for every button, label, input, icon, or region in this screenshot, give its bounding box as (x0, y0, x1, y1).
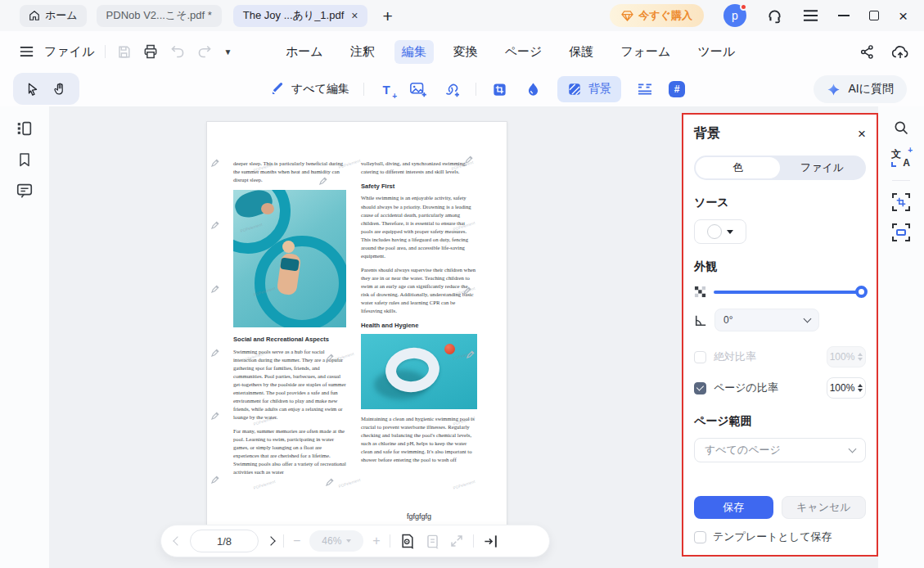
tab-tools[interactable]: ツール (690, 40, 742, 64)
select-cursor-icon[interactable] (25, 82, 40, 97)
minimize-button[interactable] (838, 15, 850, 16)
tab-form[interactable]: フォーム (613, 40, 678, 64)
file-menu-label[interactable]: ファイル (44, 44, 94, 60)
print-icon[interactable] (142, 43, 159, 60)
tab-home[interactable]: ホーム (278, 40, 331, 64)
fullscreen-icon[interactable] (449, 534, 464, 548)
screenshot-crop-icon[interactable] (892, 193, 910, 211)
edit-marker-pencil-icon[interactable] (462, 286, 472, 295)
edit-marker-pencil-icon[interactable] (464, 155, 474, 165)
save-button[interactable]: 保存 (694, 496, 773, 519)
segment-file[interactable]: ファイル (780, 157, 864, 178)
watermark-button[interactable] (524, 79, 543, 99)
add-image-button[interactable] (408, 79, 428, 99)
tab-annotate[interactable]: 注釈 (343, 40, 382, 64)
add-text-button[interactable]: T+ (378, 79, 394, 99)
quick-tools-dropdown-icon[interactable]: ▼ (223, 47, 232, 56)
header-footer-button[interactable] (635, 79, 655, 99)
translate-latin: A (903, 157, 910, 169)
crop-icon (492, 82, 507, 97)
rotation-angle-icon (694, 314, 707, 327)
menubar-right (859, 31, 909, 72)
ask-ai-button[interactable]: AIに質問 (814, 75, 907, 103)
crop-glyph (896, 197, 906, 207)
edit-marker-pencil-icon[interactable] (318, 176, 328, 186)
edit-all-button[interactable]: すべて編集 (270, 82, 349, 97)
edit-marker-pencil-icon[interactable] (325, 477, 335, 487)
absolute-ratio-stepper[interactable]: 100% (827, 346, 866, 367)
search-icon[interactable] (893, 119, 909, 136)
rotation-select[interactable]: 0° (714, 309, 819, 331)
panel-close-icon[interactable]: × (858, 127, 866, 141)
edit-marker-pencil-icon[interactable] (210, 220, 220, 230)
page-view-mode-icon[interactable] (399, 533, 416, 549)
undo-icon[interactable] (169, 44, 186, 59)
stepper-up-icon[interactable] (858, 384, 863, 387)
stepper-down-icon[interactable] (858, 389, 863, 392)
edit-marker-pencil-icon[interactable] (466, 349, 476, 359)
tab-edit[interactable]: 編集 (394, 40, 434, 64)
absolute-ratio-value: 100% (830, 351, 855, 363)
buy-now-button[interactable]: 今すぐ購入 (610, 4, 704, 27)
background-button[interactable]: 背景 (557, 76, 621, 102)
tab-convert[interactable]: 変換 (446, 40, 485, 64)
single-page-icon[interactable] (425, 534, 440, 549)
tab-inactive-document[interactable]: PDNob V2...こそ.pdf * (97, 5, 222, 27)
comments-panel-icon[interactable] (16, 182, 34, 200)
next-page-button[interactable] (266, 536, 275, 545)
cancel-button[interactable]: キャンセル (782, 496, 866, 519)
new-tab-button[interactable]: + (382, 7, 392, 25)
menubar: ファイル ▼ ホーム 注釈 編集 変換 ページ 保護 フォーム ツール (0, 31, 924, 72)
file-menu-icon[interactable] (20, 46, 34, 57)
tab-active-document[interactable]: The Joy ...あり_1.pdf × (233, 5, 368, 27)
plus-badge: + (392, 92, 397, 101)
maximize-button[interactable] (869, 11, 879, 20)
header-footer-icon (637, 83, 653, 96)
previous-page-button[interactable] (173, 536, 182, 545)
screen-record-icon[interactable] (892, 223, 910, 241)
zoom-level-dropdown[interactable]: 46% (309, 530, 363, 552)
home-button[interactable]: ホーム (20, 5, 87, 27)
tab-close-icon[interactable]: × (351, 10, 358, 21)
opacity-slider[interactable] (714, 291, 866, 294)
edit-marker-pencil-icon[interactable] (210, 158, 220, 168)
edit-marker-pencil-icon[interactable] (210, 284, 220, 294)
add-image-icon (409, 82, 426, 97)
bookmarks-panel-icon[interactable] (16, 151, 33, 169)
segment-color[interactable]: 色 (696, 157, 780, 178)
main-menu-icon[interactable] (803, 9, 818, 22)
hand-tool-icon[interactable] (52, 82, 67, 97)
page-ratio-stepper[interactable]: 100% (827, 377, 866, 399)
zoom-in-button[interactable]: + (372, 534, 380, 548)
opacity-slider-handle[interactable] (855, 286, 868, 298)
avatar[interactable]: p (723, 4, 746, 27)
tab-protect[interactable]: 保護 (561, 40, 601, 64)
edit-marker-pencil-icon[interactable] (325, 353, 335, 363)
crop-pages-button[interactable] (490, 79, 510, 99)
add-link-icon (443, 82, 460, 97)
tab-page[interactable]: ページ (498, 40, 550, 64)
color-picker-dropdown[interactable] (694, 219, 746, 244)
page-left-column: deeper sleep. This is particularly benef… (233, 160, 346, 482)
share-icon[interactable] (859, 44, 875, 60)
add-link-button[interactable] (442, 79, 462, 99)
thumbnails-panel-icon[interactable] (16, 119, 34, 137)
edit-marker-pencil-icon[interactable] (210, 348, 220, 358)
edit-marker-pencil-icon[interactable] (210, 411, 220, 421)
page-indicator-input[interactable]: 1/8 (190, 530, 259, 552)
collapse-panel-icon[interactable] (483, 534, 498, 549)
save-as-template-checkbox[interactable] (694, 531, 706, 543)
pdf-page[interactable]: deeper sleep. This is particularly benef… (206, 121, 507, 530)
close-window-button[interactable]: × (899, 8, 908, 24)
support-headset-icon[interactable] (766, 7, 783, 25)
edit-marker-pencil-icon[interactable] (210, 475, 220, 485)
page-range-select[interactable]: すべてのページ (694, 438, 866, 462)
page-ratio-checkbox[interactable] (694, 382, 706, 394)
absolute-ratio-checkbox[interactable] (694, 351, 706, 363)
translate-icon[interactable]: 文 A + (891, 148, 911, 168)
cloud-upload-icon[interactable] (891, 44, 909, 60)
save-icon[interactable] (116, 44, 132, 60)
redo-icon[interactable] (196, 44, 213, 59)
zoom-out-button[interactable]: − (293, 534, 300, 548)
bates-number-button[interactable]: # (669, 81, 685, 97)
